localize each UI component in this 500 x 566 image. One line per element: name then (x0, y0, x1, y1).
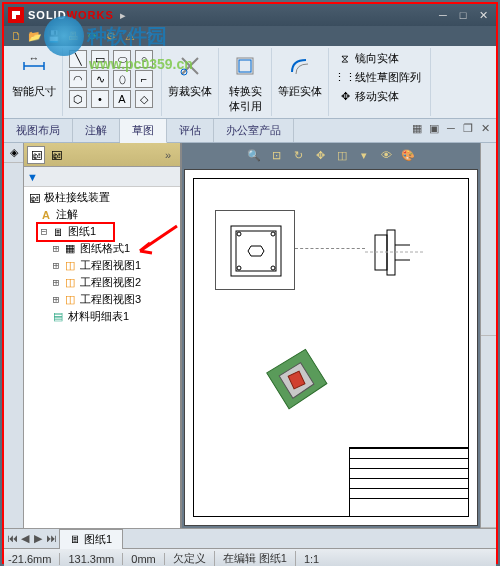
sheet-prev-icon[interactable]: ◀ (19, 532, 31, 545)
status-y: 131.3mm (68, 553, 123, 565)
move-button[interactable]: ✥移动实体 (335, 88, 424, 105)
slot-icon[interactable]: ⬭ (113, 50, 131, 68)
tree-item-format[interactable]: ⊞ ▦ 图纸格式1 (26, 240, 178, 257)
sheet-tab-1[interactable]: 🗏 图纸1 (59, 529, 123, 549)
tree-root[interactable]: 🗟 极柱接线装置 (26, 189, 178, 206)
spline-icon[interactable]: ∿ (91, 70, 109, 88)
rect-icon[interactable]: ▭ (91, 50, 109, 68)
filter-icon[interactable]: ▼ (27, 171, 38, 183)
tree-item-label: 工程图视图3 (80, 292, 141, 307)
save-icon[interactable]: 💾 (46, 28, 62, 44)
close-button[interactable]: ✕ (474, 8, 492, 22)
tree-item-bom[interactable]: ▤ 材料明细表1 (26, 308, 178, 325)
point-icon[interactable]: • (91, 90, 109, 108)
tree-item-view1[interactable]: ⊞ ◫ 工程图视图1 (26, 257, 178, 274)
ellipse-icon[interactable]: ⬯ (113, 70, 131, 88)
text-icon[interactable]: A (113, 90, 131, 108)
appearance-icon[interactable]: 🎨 (399, 146, 417, 164)
display-icon[interactable]: ▾ (355, 146, 373, 164)
print-icon[interactable]: 🖶 (65, 28, 81, 44)
cascade-icon[interactable]: ▣ (427, 121, 441, 135)
sheet-next-icon[interactable]: ▶ (32, 532, 44, 545)
tree-tab-feature-icon[interactable]: 🗟 (27, 146, 45, 164)
pattern-button[interactable]: ⋮⋮线性草图阵列 (335, 69, 424, 86)
dropdown-icon[interactable]: ▸ (120, 9, 126, 22)
status-state: 欠定义 (173, 551, 215, 566)
sheet-tab-label: 图纸1 (84, 532, 112, 547)
side-tab-1[interactable]: ◈ (4, 143, 23, 163)
expand-icon[interactable]: ⊞ (50, 242, 62, 255)
feature-tree-panel: 🗟 🗟 » ▼ 🗟 极柱接线装置 A 注解 ⊟ 🗏 图纸1 (24, 143, 182, 528)
tree-item-annotation[interactable]: A 注解 (26, 206, 178, 223)
status-x: -21.6mm (8, 553, 60, 565)
expand-icon[interactable]: ⊞ (50, 293, 62, 306)
tab-view-layout[interactable]: 视图布局 (4, 119, 73, 142)
zoom-area-icon[interactable]: ⊡ (267, 146, 285, 164)
drawing-view-3[interactable] (255, 340, 345, 430)
app-name: SOLIDWORKS (28, 9, 114, 21)
sheet-first-icon[interactable]: ⏮ (6, 532, 18, 545)
title-block[interactable] (349, 447, 469, 517)
tile-icon[interactable]: ▦ (410, 121, 424, 135)
move-label: 移动实体 (355, 89, 399, 104)
sheet-last-icon[interactable]: ⏭ (45, 532, 57, 545)
line-icon[interactable]: ╲ (69, 50, 87, 68)
doc-min-icon[interactable]: ─ (444, 121, 458, 135)
sketch-tools-grid: ╲ ▭ ⬭ ○ ◠ ∿ ⬯ ⌐ ⬡ • A ◇ (69, 50, 155, 108)
doc-restore-icon[interactable]: ❐ (461, 121, 475, 135)
view-toolbar: 🔍 ⊡ ↻ ✥ ◫ ▾ 👁 🎨 (182, 143, 480, 167)
tree-item-view2[interactable]: ⊞ ◫ 工程图视图2 (26, 274, 178, 291)
tab-office[interactable]: 办公室产品 (214, 119, 294, 142)
open-icon[interactable]: 📂 (27, 28, 43, 44)
hide-icon[interactable]: 👁 (377, 146, 395, 164)
drawing-view-1[interactable] (215, 210, 295, 290)
circle-icon[interactable]: ○ (135, 50, 153, 68)
section-icon[interactable]: ◫ (333, 146, 351, 164)
svg-rect-3 (239, 60, 251, 72)
fillet-icon[interactable]: ⌐ (135, 70, 153, 88)
help-icon[interactable]: ? (141, 28, 157, 44)
maximize-button[interactable]: □ (454, 8, 472, 22)
collapse-icon[interactable]: ⊟ (38, 225, 50, 238)
tree-tab-config-icon[interactable]: 🗟 (47, 146, 65, 164)
tab-sketch[interactable]: 草图 (120, 119, 167, 143)
tree-item-label: 工程图视图2 (80, 275, 141, 290)
polygon-icon[interactable]: ⬡ (69, 90, 87, 108)
drawing-view-2[interactable] (365, 210, 425, 290)
tree-item-sheet1[interactable]: ⊟ 🗏 图纸1 (26, 223, 178, 240)
mirror-label: 镜向实体 (355, 51, 399, 66)
app-logo (8, 7, 24, 23)
smart-dimension-button[interactable]: ↔ 智能尺寸 (12, 50, 56, 99)
svg-rect-4 (231, 226, 281, 276)
offset-button[interactable]: 等距实体 (278, 50, 322, 99)
drawing-canvas[interactable] (184, 169, 478, 526)
minimize-button[interactable]: ─ (434, 8, 452, 22)
expand-icon[interactable]: ⊞ (50, 259, 62, 272)
arc-icon[interactable]: ◠ (69, 70, 87, 88)
tree-root-label: 极柱接线装置 (44, 190, 110, 205)
svg-point-8 (271, 232, 275, 236)
ruler-seg[interactable] (481, 336, 496, 529)
tab-annotation[interactable]: 注解 (73, 119, 120, 142)
new-icon[interactable]: 🗋 (8, 28, 24, 44)
doc-close-icon[interactable]: ✕ (478, 121, 492, 135)
tree-item-label: 注解 (56, 207, 78, 222)
tree-item-view3[interactable]: ⊞ ◫ 工程图视图3 (26, 291, 178, 308)
tab-evaluate[interactable]: 评估 (167, 119, 214, 142)
rebuild-icon[interactable]: ⟳ (84, 28, 100, 44)
convert-button[interactable]: 转换实体引用 (225, 50, 265, 114)
zoom-fit-icon[interactable]: 🔍 (245, 146, 263, 164)
view-icon: ◫ (62, 293, 78, 307)
ruler-seg[interactable] (481, 143, 496, 336)
warning-icon[interactable]: ⚠ (122, 28, 138, 44)
trim-button[interactable]: 剪裁实体 (168, 50, 212, 99)
options-icon[interactable]: ⚙ (103, 28, 119, 44)
rotate-icon[interactable]: ↻ (289, 146, 307, 164)
pan-icon[interactable]: ✥ (311, 146, 329, 164)
expand-icon[interactable]: ⊞ (50, 276, 62, 289)
side-tab-strip: ◈ (4, 143, 24, 528)
mirror-button[interactable]: ⧖镜向实体 (335, 50, 424, 67)
tree-menu-icon[interactable]: » (159, 146, 177, 164)
plane-icon[interactable]: ◇ (135, 90, 153, 108)
bom-icon: ▤ (50, 310, 66, 324)
